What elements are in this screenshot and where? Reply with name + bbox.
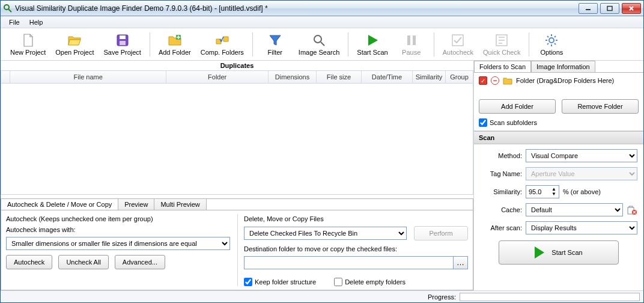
tb-options[interactable]: Options xyxy=(533,29,570,60)
window-title: Visual Similarity Duplicate Image Finder… xyxy=(15,4,579,13)
svg-point-16 xyxy=(549,38,554,43)
maximize-button[interactable] xyxy=(600,3,619,14)
toolbar: New Project Open Project Save Project Ad… xyxy=(1,28,643,61)
autocheck-icon xyxy=(451,33,465,47)
tab-preview[interactable]: Preview xyxy=(118,199,154,210)
tag-label: Tag Name: xyxy=(480,170,522,177)
tab-image-info[interactable]: Image Information xyxy=(531,61,595,72)
folder-hint: Folder (Drag&Drop Folders Here) xyxy=(516,77,614,84)
scan-subfolders-checkbox[interactable]: Scan subfolders xyxy=(479,118,639,127)
toolbar-separator xyxy=(348,32,348,57)
browse-button[interactable]: … xyxy=(454,256,468,269)
scan-header: Scan xyxy=(474,131,643,144)
play-icon xyxy=(535,246,544,259)
tb-save-project[interactable]: Save Project xyxy=(99,29,146,60)
progress-bar xyxy=(460,293,640,301)
perform-button: Perform xyxy=(414,226,468,240)
col-folder[interactable]: Folder xyxy=(166,71,269,83)
save-icon xyxy=(115,33,130,47)
svg-rect-12 xyxy=(407,35,410,45)
document-icon xyxy=(21,33,35,47)
menu-file[interactable]: File xyxy=(4,17,25,27)
uncheck-all-button[interactable]: Uncheck All xyxy=(58,255,108,269)
cache-select[interactable]: Default xyxy=(526,203,623,216)
table-header: File name Folder Dimensions File size Da… xyxy=(1,70,473,84)
tb-image-search[interactable]: Image Search xyxy=(294,29,344,60)
exclude-icon[interactable]: − xyxy=(491,76,499,85)
minimize-button[interactable] xyxy=(579,3,598,14)
svg-rect-8 xyxy=(120,41,126,45)
lower-panel: Autocheck (Keeps unchecked one item per … xyxy=(1,210,473,290)
left-panel: Duplicates File name Folder Dimensions F… xyxy=(1,61,474,290)
svg-line-11 xyxy=(321,42,324,46)
autocheck-button[interactable]: Autocheck xyxy=(6,255,52,269)
similarity-label: Similarity: xyxy=(480,188,522,195)
remove-folder-button[interactable]: Remove Folder xyxy=(562,99,639,114)
tag-select: Aperture Value xyxy=(526,167,637,180)
col-filename[interactable]: File name xyxy=(10,71,166,83)
autocheck-criterion-select[interactable]: Smaller dimensions or smaller file sizes… xyxy=(6,237,230,250)
folder-hint-row[interactable]: ✓ − Folder (Drag&Drop Folders Here) xyxy=(479,76,639,85)
col-datetime[interactable]: Date/Time xyxy=(362,71,413,83)
method-select[interactable]: Visual Compare xyxy=(526,149,637,162)
folder-icon xyxy=(503,76,512,85)
lower-tabs: Autocheck & Delete / Move or Copy Previe… xyxy=(1,198,473,210)
similarity-suffix: % (or above) xyxy=(563,188,601,195)
tb-open-project[interactable]: Open Project xyxy=(50,29,99,60)
svg-line-1 xyxy=(8,9,11,12)
svg-rect-3 xyxy=(607,6,612,10)
close-button[interactable] xyxy=(622,3,641,14)
clear-cache-icon[interactable] xyxy=(627,204,637,215)
col-similarity[interactable]: Similarity xyxy=(413,71,446,83)
tb-new-project[interactable]: New Project xyxy=(5,29,50,60)
pause-icon xyxy=(404,33,419,47)
dest-input[interactable] xyxy=(244,256,454,269)
svg-rect-13 xyxy=(413,35,416,45)
dmc-heading: Delete, Move or Copy Files xyxy=(244,215,468,222)
dest-label: Destination folder to move or copy the c… xyxy=(244,245,468,252)
tb-start-scan[interactable]: Start Scan xyxy=(352,29,392,60)
menu-help[interactable]: Help xyxy=(25,17,48,27)
delete-empty-checkbox[interactable]: Delete empty folders xyxy=(334,278,406,286)
menubar: File Help xyxy=(1,16,643,28)
svg-point-10 xyxy=(314,35,321,43)
tb-filter[interactable]: Filter xyxy=(257,29,294,60)
folder-add-icon xyxy=(168,33,182,47)
tb-comp-folders[interactable]: Comp. Folders xyxy=(196,29,249,60)
start-scan-button[interactable]: Start Scan xyxy=(499,240,619,265)
progress-label: Progress: xyxy=(428,293,456,301)
add-folder-button[interactable]: Add Folder xyxy=(479,99,556,114)
col-filesize[interactable]: File size xyxy=(317,71,362,83)
tab-autocheck[interactable]: Autocheck & Delete / Move or Copy xyxy=(1,199,118,210)
svg-rect-7 xyxy=(120,35,126,39)
autocheck-heading: Autocheck (Keeps unchecked one item per … xyxy=(6,215,230,222)
tb-autocheck: Autocheck xyxy=(438,29,478,60)
col-check[interactable] xyxy=(1,71,10,83)
include-check-icon[interactable]: ✓ xyxy=(479,76,487,85)
toolbar-separator xyxy=(434,32,434,57)
right-panel: Folders to Scan Image Information ✓ − Fo… xyxy=(474,61,643,290)
table-body[interactable] xyxy=(1,84,473,195)
play-icon xyxy=(365,33,380,47)
tab-folders-to-scan[interactable]: Folders to Scan xyxy=(474,61,531,72)
toolbar-separator xyxy=(252,32,253,57)
window-controls xyxy=(579,3,641,14)
method-label: Method: xyxy=(480,152,522,159)
folder-open-icon xyxy=(67,33,82,47)
keep-folder-checkbox[interactable]: Keep folder structure xyxy=(244,278,316,286)
dmc-action-select[interactable]: Delete Checked Files To Recycle Bin xyxy=(244,227,407,240)
tb-pause: Pause xyxy=(393,29,430,60)
tb-add-folder[interactable]: Add Folder xyxy=(154,29,196,60)
statusbar: Progress: xyxy=(1,290,643,302)
similarity-spinner[interactable]: 95.0▲▼ xyxy=(526,185,559,198)
col-dimensions[interactable]: Dimensions xyxy=(269,71,317,83)
advanced-button[interactable]: Advanced... xyxy=(115,255,165,269)
cache-label: Cache: xyxy=(480,206,522,213)
duplicates-header: Duplicates xyxy=(1,61,473,70)
titlebar: Visual Similarity Duplicate Image Finder… xyxy=(1,1,643,16)
after-scan-select[interactable]: Display Results xyxy=(526,221,637,234)
svg-point-0 xyxy=(4,5,9,10)
col-group[interactable]: Group xyxy=(446,71,473,83)
funnel-icon xyxy=(268,33,282,47)
tab-multi-preview[interactable]: Multi Preview xyxy=(154,199,206,210)
